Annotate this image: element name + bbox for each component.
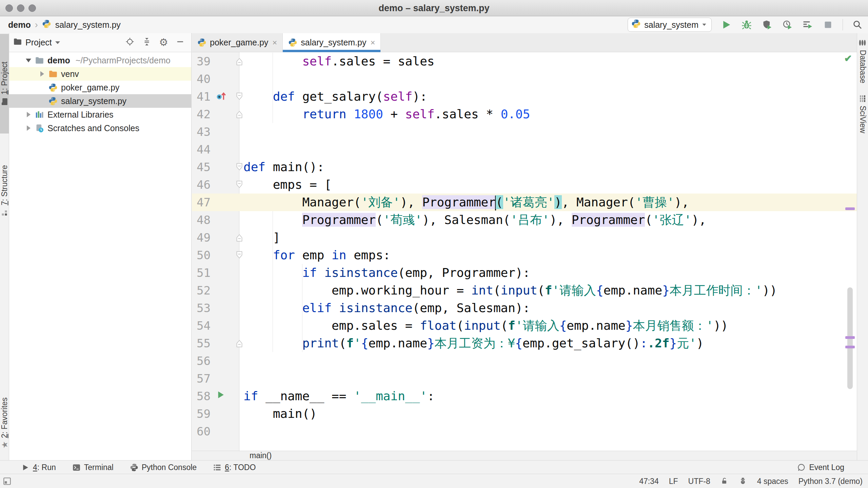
tool-window-button-database[interactable]: Database bbox=[857, 36, 868, 86]
code-line-58[interactable]: 58if __name__ == '__main__': bbox=[192, 387, 857, 405]
expand-closed-icon[interactable] bbox=[38, 71, 46, 77]
debug-button[interactable] bbox=[741, 19, 752, 30]
status-indent-style[interactable]: 4 spaces bbox=[757, 477, 788, 486]
tool-window-button--structure[interactable]: 7: Structure bbox=[0, 139, 9, 243]
tab-close-icon[interactable]: × bbox=[370, 38, 375, 47]
fold-marker-icon[interactable] bbox=[236, 110, 243, 120]
collapse-all-button[interactable] bbox=[142, 37, 152, 48]
editor-surface[interactable]: 39 self.sales = sales4041 def get_salary… bbox=[192, 52, 857, 451]
expand-closed-icon[interactable] bbox=[25, 112, 32, 117]
run-button[interactable] bbox=[721, 19, 732, 30]
expand-closed-icon[interactable] bbox=[25, 125, 32, 131]
code-line-54[interactable]: 54 emp.sales = float(input(f'请输入{emp.nam… bbox=[192, 317, 857, 334]
settings-gear-button[interactable]: ⚙ bbox=[159, 37, 168, 48]
tool-window-button-4-run[interactable]: 4: Run bbox=[21, 463, 56, 472]
tree-item-demo[interactable]: demo~/PycharmProjects/demo bbox=[9, 54, 191, 67]
code-line-57[interactable]: 57 bbox=[192, 370, 857, 387]
line-number[interactable]: 50 bbox=[197, 246, 211, 264]
code-line-45[interactable]: 45def main(): bbox=[192, 158, 857, 176]
fold-marker-icon[interactable] bbox=[236, 251, 243, 261]
tool-window-button-python-console[interactable]: Python Console bbox=[130, 463, 197, 472]
fold-marker-icon[interactable] bbox=[236, 57, 243, 67]
line-number[interactable]: 41 bbox=[197, 88, 211, 105]
line-number[interactable]: 45 bbox=[197, 158, 211, 176]
code-line-56[interactable]: 56 bbox=[192, 352, 857, 370]
line-number[interactable]: 48 bbox=[197, 211, 211, 229]
code-line-46[interactable]: 46 emps = [ bbox=[192, 176, 857, 194]
line-number[interactable]: 47 bbox=[197, 194, 211, 211]
code-line-60[interactable]: 60 bbox=[192, 423, 857, 440]
status-file-encoding[interactable]: UTF-8 bbox=[688, 477, 710, 486]
tool-window-button-event-log[interactable]: Event Log bbox=[797, 463, 844, 472]
line-number[interactable]: 51 bbox=[197, 264, 211, 282]
code-line-52[interactable]: 52 emp.working_hour = int(input(f'请输入{em… bbox=[192, 282, 857, 299]
error-stripe-mark[interactable] bbox=[845, 207, 855, 210]
tree-item-poker_game.py[interactable]: poker_game.py bbox=[9, 81, 191, 94]
hide-panel-button[interactable] bbox=[176, 37, 185, 48]
status-line-separator[interactable]: LF bbox=[669, 477, 678, 486]
line-number[interactable]: 55 bbox=[197, 334, 211, 352]
tree-item-external-libraries[interactable]: External Libraries bbox=[9, 108, 191, 121]
inspections-ok-checkmark-icon[interactable]: ✔ bbox=[844, 53, 852, 64]
toggle-toolwindows-icon[interactable] bbox=[3, 477, 12, 487]
tool-window-button-6-todo[interactable]: 6: TODO bbox=[213, 463, 256, 472]
line-number[interactable]: 57 bbox=[197, 370, 211, 387]
editor-tab-salary_system.py[interactable]: salary_system.py× bbox=[283, 33, 381, 52]
tool-window-button--favorites[interactable]: ★2: Favorites bbox=[0, 389, 9, 457]
locate-button[interactable] bbox=[125, 37, 135, 48]
line-number[interactable]: 40 bbox=[197, 70, 211, 88]
override-icon[interactable] bbox=[216, 90, 227, 103]
line-number[interactable]: 54 bbox=[197, 317, 211, 334]
line-number[interactable]: 39 bbox=[197, 53, 211, 70]
code-line-40[interactable]: 40 bbox=[192, 70, 857, 88]
breadcrumb-project[interactable]: demo bbox=[8, 20, 31, 30]
tree-item-salary_system.py[interactable]: salary_system.py bbox=[9, 94, 191, 108]
line-number[interactable]: 59 bbox=[197, 405, 211, 423]
code-line-59[interactable]: 59 main() bbox=[192, 405, 857, 423]
code-line-51[interactable]: 51 if isinstance(emp, Programmer): bbox=[192, 264, 857, 282]
error-stripe-mark[interactable] bbox=[845, 336, 855, 339]
stop-button[interactable] bbox=[822, 19, 834, 30]
code-line-44[interactable]: 44 bbox=[192, 141, 857, 158]
code-line-39[interactable]: 39 self.sales = sales bbox=[192, 53, 857, 70]
tree-item-venv[interactable]: venv bbox=[9, 67, 191, 81]
editor-tab-poker_game.py[interactable]: poker_game.py× bbox=[192, 33, 283, 52]
code-line-48[interactable]: 48 Programmer('荀彧'), Salesman('吕布'), Pro… bbox=[192, 211, 857, 229]
line-number[interactable]: 46 bbox=[197, 176, 211, 194]
code-line-55[interactable]: 55 print(f'{emp.name}本月工资为：¥{emp.get_sal… bbox=[192, 334, 857, 352]
breadcrumb-file[interactable]: salary_system.py bbox=[55, 20, 121, 30]
run-gutter-icon[interactable] bbox=[216, 390, 226, 401]
code-line-50[interactable]: 50 for emp in emps: bbox=[192, 246, 857, 264]
tool-window-button-sciview[interactable]: SciView bbox=[857, 92, 868, 136]
fold-marker-icon[interactable] bbox=[236, 339, 243, 349]
tab-close-icon[interactable]: × bbox=[272, 38, 277, 47]
line-number[interactable]: 58 bbox=[197, 387, 211, 405]
run-configuration-select[interactable]: salary_system bbox=[628, 18, 712, 32]
line-number[interactable]: 42 bbox=[197, 105, 211, 123]
code-line-43[interactable]: 43 bbox=[192, 123, 857, 141]
status-readonly-toggle[interactable] bbox=[721, 477, 729, 485]
expand-open-icon[interactable] bbox=[25, 59, 32, 62]
tree-item-scratches-and-consoles[interactable]: Scratches and Consoles bbox=[9, 121, 191, 135]
search-everywhere-button[interactable] bbox=[852, 19, 863, 30]
editor-breadcrumb-item[interactable]: main() bbox=[250, 451, 272, 460]
error-stripe-mark[interactable] bbox=[845, 346, 855, 348]
run-with-coverage-button[interactable] bbox=[761, 19, 773, 30]
fold-marker-icon[interactable] bbox=[236, 92, 243, 102]
code-line-41[interactable]: 41 def get_salary(self): bbox=[192, 88, 857, 105]
line-number[interactable]: 49 bbox=[197, 229, 211, 246]
line-number[interactable]: 53 bbox=[197, 299, 211, 317]
project-panel-title[interactable]: Project bbox=[25, 38, 52, 47]
fold-marker-icon[interactable] bbox=[236, 180, 243, 190]
chevron-down-icon[interactable] bbox=[55, 41, 60, 44]
code-line-49[interactable]: 49 ] bbox=[192, 229, 857, 246]
code-line-47[interactable]: 47 Manager('刘备'), Programmer('诸葛亮'), Man… bbox=[192, 194, 857, 211]
status-interpreter[interactable]: Python 3.7 (demo) bbox=[798, 477, 863, 486]
status-highlighting-level[interactable] bbox=[739, 477, 747, 485]
line-number[interactable]: 44 bbox=[197, 141, 211, 158]
tool-window-button-terminal[interactable]: Terminal bbox=[72, 463, 114, 472]
fold-marker-icon[interactable] bbox=[236, 163, 243, 173]
profile-button[interactable] bbox=[782, 19, 793, 30]
code-line-53[interactable]: 53 elif isinstance(emp, Salesman): bbox=[192, 299, 857, 317]
line-number[interactable]: 52 bbox=[197, 282, 211, 299]
